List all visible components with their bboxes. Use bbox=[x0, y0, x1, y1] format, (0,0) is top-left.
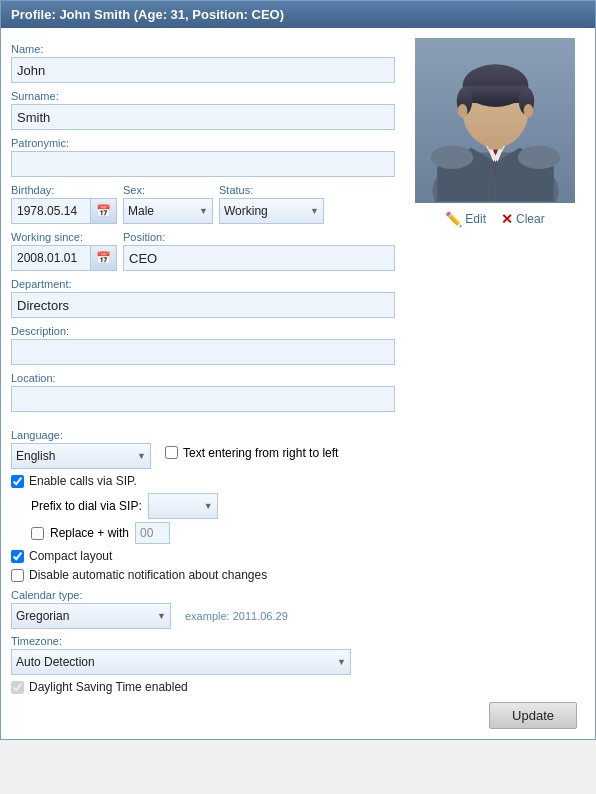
working-since-label: Working since: bbox=[11, 231, 117, 243]
sip-prefix-select-wrap: 0 00 bbox=[148, 493, 218, 519]
birthday-input[interactable] bbox=[12, 200, 90, 222]
edit-label: Edit bbox=[465, 212, 486, 226]
svg-point-16 bbox=[430, 145, 473, 168]
name-label: Name: bbox=[11, 43, 395, 55]
timezone-select[interactable]: Auto Detection UTC UTC+1 UTC+2 UTC+3 bbox=[11, 649, 351, 675]
status-select-wrap: Working On leave Dismissed bbox=[219, 198, 324, 224]
description-label: Description: bbox=[11, 325, 395, 337]
left-panel: Name: Surname: Patronymic: Birthday: 📅 bbox=[11, 36, 395, 412]
surname-label: Surname: bbox=[11, 90, 395, 102]
birthday-cal-button[interactable]: 📅 bbox=[90, 199, 116, 223]
calendar-type-select[interactable]: Gregorian Jalali Hebrew bbox=[11, 603, 171, 629]
right-panel: ✏️ Edit ✕ Clear bbox=[405, 36, 585, 412]
main-content: Name: Surname: Patronymic: Birthday: 📅 bbox=[1, 28, 595, 422]
sip-prefix-row: Prefix to dial via SIP: 0 00 bbox=[31, 493, 585, 519]
working-since-cal-button[interactable]: 📅 bbox=[90, 246, 116, 270]
photo-actions: ✏️ Edit ✕ Clear bbox=[445, 211, 544, 227]
sex-label: Sex: bbox=[123, 184, 213, 196]
location-input[interactable] bbox=[11, 386, 395, 412]
name-input[interactable] bbox=[11, 57, 395, 83]
timezone-select-wrap: Auto Detection UTC UTC+1 UTC+2 UTC+3 bbox=[11, 649, 351, 675]
dst-label: Daylight Saving Time enabled bbox=[29, 680, 188, 694]
position-input[interactable] bbox=[123, 245, 395, 271]
avatar-box bbox=[415, 38, 575, 203]
bottom-section: Language: English Russian German French … bbox=[1, 422, 595, 739]
replace-row: Replace + with bbox=[31, 522, 585, 544]
dst-checkbox bbox=[11, 681, 24, 694]
update-button[interactable]: Update bbox=[489, 702, 577, 729]
description-input[interactable] bbox=[11, 339, 395, 365]
working-position-row: Working since: 📅 Position: bbox=[11, 224, 395, 271]
language-select[interactable]: English Russian German French bbox=[11, 443, 151, 469]
compact-layout-checkbox[interactable] bbox=[11, 550, 24, 563]
calendar-icon: 📅 bbox=[96, 204, 111, 218]
avatar-image bbox=[418, 40, 573, 202]
patronymic-label: Patronymic: bbox=[11, 137, 395, 149]
surname-input[interactable] bbox=[11, 104, 395, 130]
compact-layout-label: Compact layout bbox=[29, 549, 112, 563]
language-select-wrap: English Russian German French bbox=[11, 443, 151, 469]
language-label: Language: bbox=[11, 429, 151, 441]
sex-select-wrap: Male Female bbox=[123, 198, 213, 224]
profile-window: Profile: John Smith (Age: 31, Position: … bbox=[0, 0, 596, 740]
edit-icon: ✏️ bbox=[445, 211, 462, 227]
calendar-type-select-wrap: Gregorian Jalali Hebrew bbox=[11, 603, 171, 629]
position-group: Position: bbox=[123, 224, 395, 271]
working-since-input-wrap: 📅 bbox=[11, 245, 117, 271]
language-group: Language: English Russian German French bbox=[11, 422, 151, 469]
status-select[interactable]: Working On leave Dismissed bbox=[219, 198, 324, 224]
sex-select[interactable]: Male Female bbox=[123, 198, 213, 224]
calendar-type-row: Gregorian Jalali Hebrew example: 2011.06… bbox=[11, 603, 585, 629]
svg-point-14 bbox=[457, 104, 467, 118]
window-title: Profile: John Smith (Age: 31, Position: … bbox=[11, 7, 284, 22]
replace-checkbox[interactable] bbox=[31, 527, 44, 540]
working-since-group: Working since: 📅 bbox=[11, 224, 117, 271]
svg-point-15 bbox=[523, 104, 533, 118]
working-since-input[interactable] bbox=[12, 247, 90, 269]
timezone-label: Timezone: bbox=[11, 635, 585, 647]
edit-photo-button[interactable]: ✏️ Edit bbox=[445, 211, 486, 227]
disable-notif-label: Disable automatic notification about cha… bbox=[29, 568, 267, 582]
birthday-group: Birthday: 📅 bbox=[11, 177, 117, 224]
calendar-type-label: Calendar type: bbox=[11, 589, 585, 601]
sex-group: Sex: Male Female bbox=[123, 177, 213, 224]
sip-prefix-label: Prefix to dial via SIP: bbox=[31, 499, 142, 513]
rtl-label: Text entering from right to left bbox=[183, 446, 338, 460]
title-bar: Profile: John Smith (Age: 31, Position: … bbox=[1, 1, 595, 28]
clear-label: Clear bbox=[516, 212, 545, 226]
clear-photo-button[interactable]: ✕ Clear bbox=[501, 211, 545, 227]
calendar-icon-2: 📅 bbox=[96, 251, 111, 265]
update-btn-row: Update bbox=[11, 702, 585, 729]
department-label: Department: bbox=[11, 278, 395, 290]
svg-point-17 bbox=[517, 145, 560, 168]
rtl-checkbox[interactable] bbox=[165, 446, 178, 459]
status-group: Status: Working On leave Dismissed bbox=[219, 177, 324, 224]
clear-x-icon: ✕ bbox=[501, 211, 513, 227]
status-label: Status: bbox=[219, 184, 324, 196]
sip-checkbox[interactable] bbox=[11, 475, 24, 488]
calendar-example: example: 2011.06.29 bbox=[185, 610, 288, 622]
svg-rect-11 bbox=[462, 85, 528, 102]
compact-layout-row: Compact layout bbox=[11, 549, 585, 563]
birthday-sex-status-row: Birthday: 📅 Sex: Male Female bbox=[11, 177, 395, 224]
sip-label: Enable calls via SIP. bbox=[29, 474, 137, 488]
replace-input[interactable] bbox=[135, 522, 170, 544]
position-label: Position: bbox=[123, 231, 395, 243]
sip-checkbox-row: Enable calls via SIP. bbox=[11, 474, 585, 488]
birthday-label: Birthday: bbox=[11, 184, 117, 196]
patronymic-input[interactable] bbox=[11, 151, 395, 177]
department-input[interactable] bbox=[11, 292, 395, 318]
birthday-input-wrap: 📅 bbox=[11, 198, 117, 224]
rtl-row: Text entering from right to left bbox=[165, 446, 338, 460]
sip-prefix-select[interactable]: 0 00 bbox=[148, 493, 218, 519]
disable-notif-row: Disable automatic notification about cha… bbox=[11, 568, 585, 582]
language-row: Language: English Russian German French … bbox=[11, 422, 585, 469]
disable-notif-checkbox[interactable] bbox=[11, 569, 24, 582]
replace-label: Replace + with bbox=[50, 526, 129, 540]
dst-row: Daylight Saving Time enabled bbox=[11, 680, 585, 694]
location-label: Location: bbox=[11, 372, 395, 384]
